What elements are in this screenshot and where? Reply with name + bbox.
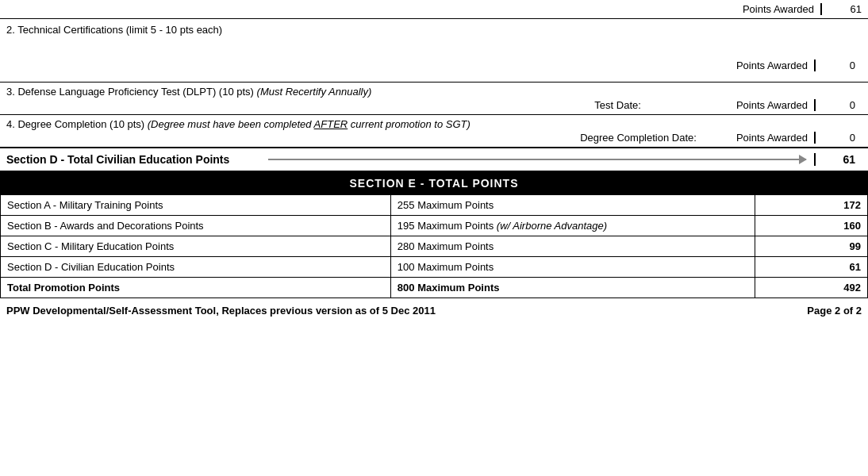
section-e-row: Section D - Civilian Education Points 10…: [1, 257, 868, 278]
points-awarded-text: Points Awarded: [743, 3, 814, 15]
section-4-title-italic: (Degree must have been completed: [148, 118, 314, 130]
section-e-value-2: 99: [755, 236, 867, 257]
section-2-points-value: 0: [814, 60, 862, 71]
section-4-sub-label: Degree Completion Date:: [580, 132, 736, 144]
section-e-row: Section C - Military Education Points 28…: [1, 236, 868, 257]
section-e-table: Section A - Military Training Points 255…: [0, 194, 868, 298]
section-2-row: 2. Technical Certifications (limit 5 - 1…: [0, 19, 868, 83]
section-e-total-row: Total Promotion Points 800 Maximum Point…: [1, 278, 868, 298]
section-e-max-2: 280 Maximum Points: [390, 236, 755, 257]
section-e-value-0: 172: [755, 195, 867, 216]
section-d-label: Section D - Total Civilian Education Poi…: [6, 153, 260, 166]
section-d-arrow: [260, 159, 814, 160]
section-4-points-value: 0: [814, 132, 862, 144]
header-points-value: 61: [820, 3, 868, 15]
arrow-line: [268, 159, 806, 160]
section-4-points-area: Degree Completion Date: Points Awarded 0: [580, 132, 862, 144]
section-3-title: 3. Defense Language Proficiency Test (DL…: [6, 86, 371, 98]
section-4-row: 4. Degree Completion (10 pts) (Degree mu…: [0, 115, 868, 148]
section-4-title-italic2: current promotion to SGT): [348, 118, 470, 130]
section-3-bottom: Test Date: Points Awarded 0: [6, 99, 862, 111]
section-e-max-0: 255 Maximum Points: [390, 195, 755, 216]
section-e-header: SECTION E - TOTAL POINTS: [0, 172, 868, 194]
section-e-label-3: Section D - Civilian Education Points: [1, 257, 391, 278]
total-label: Total Promotion Points: [1, 278, 391, 298]
section-e-row: Section B - Awards and Decorations Point…: [1, 216, 868, 236]
section-3-top: 3. Defense Language Proficiency Test (DL…: [6, 86, 862, 98]
section-e-value-1: 160: [755, 216, 867, 236]
section-2-points-label: Points Awarded: [736, 60, 814, 71]
section-e-value-3: 61: [755, 257, 867, 278]
section-3-points-area: Test Date: Points Awarded 0: [594, 99, 862, 111]
section-3-points-label: Points Awarded: [736, 99, 814, 111]
footer: PPW Developmental/Self-Assessment Tool, …: [0, 298, 868, 320]
section-3-title-italic: (Must Recertify Annually): [257, 86, 372, 98]
section-4-top: 4. Degree Completion (10 pts) (Degree mu…: [6, 118, 862, 130]
section-2-title: 2. Technical Certifications (limit 5 - 1…: [6, 24, 862, 36]
section-2-bottom: Points Awarded 0: [6, 60, 862, 71]
header-points-label: Points Awarded: [0, 3, 820, 15]
section-d-total-row: Section D - Total Civilian Education Poi…: [0, 148, 868, 172]
section-d-value: 61: [814, 153, 862, 166]
section-e-max-1: 195 Maximum Points (w/ Airborne Advantag…: [390, 216, 755, 236]
section-4-points-label: Points Awarded: [736, 132, 814, 144]
total-value: 492: [755, 278, 867, 298]
section-4-title: 4. Degree Completion (10 pts) (Degree mu…: [6, 118, 470, 130]
section-e-max-3: 100 Maximum Points: [390, 257, 755, 278]
section-e-label-0: Section A - Military Training Points: [1, 195, 391, 216]
total-max: 800 Maximum Points: [390, 278, 755, 298]
section-4-title-underline: AFTER: [314, 118, 348, 130]
section-e-label-2: Section C - Military Education Points: [1, 236, 391, 257]
footer-left: PPW Developmental/Self-Assessment Tool, …: [6, 305, 436, 317]
header-row: Points Awarded 61: [0, 0, 868, 19]
section-3-row: 3. Defense Language Proficiency Test (DL…: [0, 83, 868, 115]
section-3-sub-label: Test Date:: [594, 99, 736, 111]
footer-right: Page 2 of 2: [807, 305, 862, 317]
page-container: Points Awarded 61 2. Technical Certifica…: [0, 0, 868, 320]
section-e-label-1: Section B - Awards and Decorations Point…: [1, 216, 391, 236]
section-3-points-value: 0: [814, 99, 862, 111]
section-e-row: Section A - Military Training Points 255…: [1, 195, 868, 216]
section-4-bottom: Degree Completion Date: Points Awarded 0: [6, 132, 862, 144]
